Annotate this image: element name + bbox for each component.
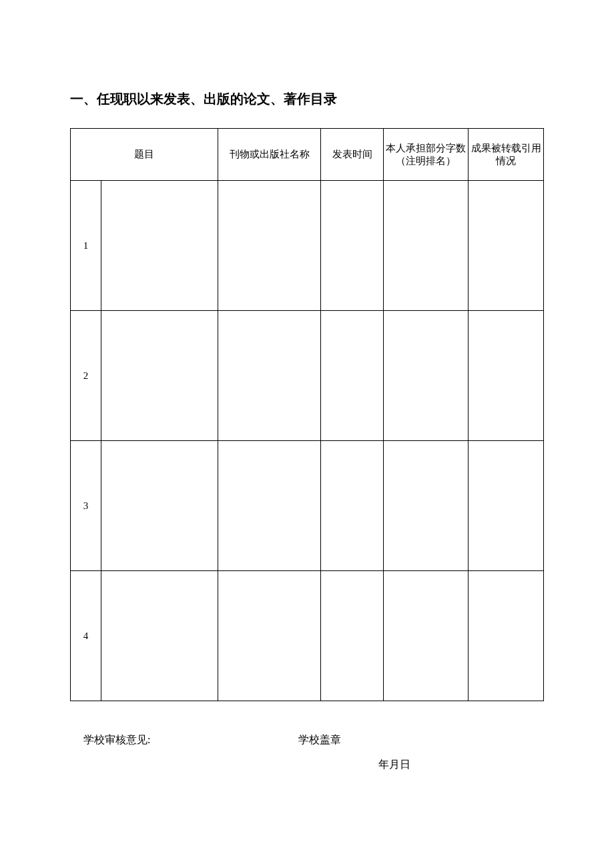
table-row: 4 (71, 571, 544, 701)
cell-num: 4 (71, 571, 101, 701)
cell-num: 3 (71, 441, 101, 571)
table-header-row: 题目 刊物或出版社名称 发表时间 本人承担部分字数（注明排名） 成果被转载引用情… (71, 129, 544, 181)
cell-date (321, 441, 384, 571)
cell-date (321, 181, 384, 311)
review-label: 学校审核意见: (83, 733, 150, 747)
cell-words (384, 571, 469, 701)
cell-num: 2 (71, 311, 101, 441)
cell-citation (469, 181, 544, 311)
footer-area: 学校审核意见: 学校盖章 年月日 (70, 733, 544, 772)
table-row: 1 (71, 181, 544, 311)
header-date: 发表时间 (321, 129, 384, 181)
cell-num: 1 (71, 181, 101, 311)
cell-citation (469, 571, 544, 701)
cell-citation (469, 441, 544, 571)
header-citation: 成果被转载引用情况 (469, 129, 544, 181)
table-row: 3 (71, 441, 544, 571)
publications-table: 题目 刊物或出版社名称 发表时间 本人承担部分字数（注明排名） 成果被转载引用情… (70, 128, 544, 701)
header-publication: 刊物或出版社名称 (218, 129, 321, 181)
header-words: 本人承担部分字数（注明排名） (384, 129, 469, 181)
cell-publication (218, 311, 321, 441)
cell-topic (101, 571, 218, 701)
cell-date (321, 311, 384, 441)
footer-line: 学校审核意见: 学校盖章 (70, 733, 544, 747)
table-row: 2 (71, 311, 544, 441)
header-topic: 题目 (71, 129, 218, 181)
cell-words (384, 441, 469, 571)
cell-topic (101, 441, 218, 571)
cell-words (384, 311, 469, 441)
cell-topic (101, 181, 218, 311)
cell-publication (218, 571, 321, 701)
cell-date (321, 571, 384, 701)
cell-publication (218, 441, 321, 571)
document-page: 一、任现职以来发表、出版的论文、著作目录 题目 刊物或出版社名称 发表时间 本人… (0, 0, 614, 772)
section-title: 一、任现职以来发表、出版的论文、著作目录 (70, 90, 544, 108)
cell-topic (101, 311, 218, 441)
stamp-label: 学校盖章 (298, 733, 341, 747)
date-label: 年月日 (378, 758, 544, 772)
cell-citation (469, 311, 544, 441)
cell-publication (218, 181, 321, 311)
cell-words (384, 181, 469, 311)
